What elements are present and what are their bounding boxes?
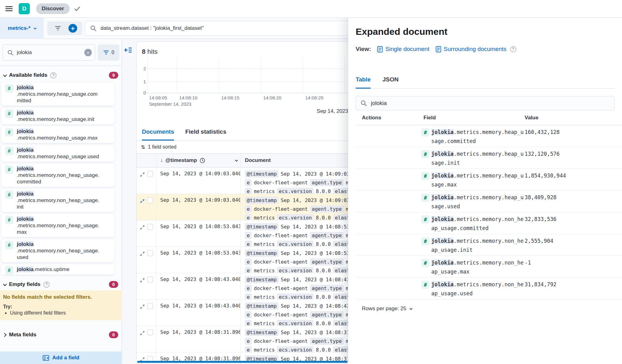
field-name-cell[interactable]: #jolokia.metrics.memory.non_heap_usage.i… (431, 237, 525, 255)
tab-table[interactable]: Table (356, 76, 371, 89)
row-actions-area[interactable] (359, 193, 402, 202)
field-name: jolokia.metrics.memory.non_heap_usage.in… (17, 191, 100, 210)
field-name-cell[interactable]: #jolokia.metrics.memory.non_heap_usage.m… (431, 258, 525, 276)
field-list-item[interactable]: # jolokia.metrics.memory.non_heap_usage.… (1, 189, 115, 212)
tab-json[interactable]: JSON (382, 76, 399, 89)
row-actions-area[interactable] (359, 258, 402, 268)
field-name-cell[interactable]: #jolokia.metrics.memory.heap_usage.used (431, 193, 525, 211)
row-checkbox[interactable] (147, 197, 153, 203)
meta-fields-header[interactable]: Meta fields 0 (0, 329, 122, 341)
field-list-item[interactable]: # jolokia.metrics.memory.heap_usage.comm… (1, 82, 115, 106)
breadcrumb[interactable]: Discover (36, 3, 70, 14)
field-value-cell: 32,833,536 (525, 215, 556, 224)
field-name-cell[interactable]: #jolokia.metrics.memory.non_heap_usage.u… (431, 280, 525, 298)
sidebar-field-sections: Available fields ? 9 # jolokia.metrics.m… (0, 66, 122, 352)
field-filter-count: 0 (112, 50, 115, 55)
field-list-item[interactable]: # jolokia.metrics.memory.heap_usage.init (1, 108, 115, 124)
row-actions-area[interactable] (359, 128, 402, 137)
row-actions-area[interactable] (359, 171, 402, 181)
data-view-name: metrics-* (8, 25, 30, 31)
number-field-icon: # (5, 165, 13, 174)
horizontal-scrollbar[interactable] (137, 361, 348, 363)
menu-hamburger-icon[interactable] (4, 3, 14, 14)
row-checkbox[interactable] (147, 329, 153, 335)
field-chip: @timestamp (245, 223, 278, 230)
app-icon-badge[interactable]: D (19, 3, 30, 14)
number-field-icon: # (5, 266, 13, 274)
row-actions-area[interactable] (359, 280, 402, 289)
field-chip: e (245, 338, 252, 345)
add-filter-button[interactable]: + (68, 24, 77, 33)
field-filter-button[interactable]: 0 (98, 44, 119, 61)
available-fields-header[interactable]: Available fields ? 9 (0, 69, 122, 81)
row-checkbox[interactable] (147, 250, 153, 256)
search-icon (90, 25, 97, 32)
row-actions-area[interactable] (359, 237, 402, 246)
surrounding-documents-link[interactable]: Surrounding documents (444, 46, 507, 53)
row-actions-area[interactable] (359, 150, 402, 159)
field-name-cell[interactable]: #jolokia.metrics.memory.non_heap_usage.c… (431, 215, 525, 233)
field-list-item[interactable]: # jolokia.metrics.memory.non_heap_usage.… (1, 214, 115, 237)
help-icon[interactable]: ? (510, 46, 516, 52)
flyout-field-search[interactable] (356, 96, 615, 110)
view-label: View: (356, 46, 371, 53)
collapse-sidebar-icon[interactable] (124, 46, 132, 54)
row-controls (137, 220, 157, 247)
field-chip: e (245, 214, 252, 220)
column-menu-chevron-icon[interactable] (235, 159, 238, 162)
field-list-item[interactable]: # jolokia.metrics.memory.heap_usage.used (1, 145, 115, 162)
y-tick: 1 (138, 79, 146, 84)
row-checkbox[interactable] (147, 303, 153, 309)
row-checkbox[interactable] (147, 171, 153, 177)
sidebar-search-row: × 0 (0, 39, 122, 66)
empty-fields-header[interactable]: Empty fields ? 0 (0, 279, 122, 290)
field-list-item[interactable]: # jolokia.metrics.memory.non_heap_usage.… (1, 164, 115, 187)
documents-icon (436, 46, 441, 53)
collapse-document-icon[interactable] (140, 198, 145, 204)
field-list-item[interactable]: # jolokia.metrics.memory.non_heap_usage.… (1, 239, 115, 262)
expand-document-icon[interactable] (140, 277, 145, 283)
document-icon (377, 46, 383, 53)
clear-search-icon[interactable]: × (84, 49, 92, 56)
field-name-cell[interactable]: #jolokia.metrics.memory.heap_usage.init (431, 150, 525, 168)
rows-per-page-button[interactable]: Rows per page: 25 (362, 306, 412, 312)
grid-header-timestamp-column[interactable]: ↓ @timestamp (157, 154, 241, 167)
expand-document-icon[interactable] (140, 224, 145, 230)
field-name-cell[interactable]: #jolokia.metrics.memory.heap_usage.max (431, 171, 525, 189)
field-chip: @timestamp (245, 250, 278, 257)
field-value-cell: 132,120,576 (525, 150, 560, 159)
tab-field-statistics[interactable]: Field statistics (185, 128, 226, 141)
expand-document-icon[interactable] (140, 303, 145, 310)
field-chip: ecs.version (277, 267, 314, 273)
row-checkbox[interactable] (147, 224, 153, 230)
meta-fields-count-badge: 0 (109, 331, 118, 338)
value-column-label: Value (525, 115, 538, 121)
field-name-cell[interactable]: #jolokia.metrics.memory.heap_usage.commi… (431, 128, 525, 146)
expand-document-icon[interactable] (140, 251, 145, 257)
flyout-table-rows: #jolokia.metrics.memory.heap_usage.commi… (356, 125, 622, 299)
filter-funnel-icon[interactable] (52, 23, 63, 34)
field-name: jolokia.metrics.memory.non_heap_usage.us… (17, 241, 100, 260)
tab-documents[interactable]: Documents (142, 128, 174, 141)
expand-document-icon[interactable] (140, 171, 145, 177)
field-name: jolokia.metrics.memory.heap_usage.commit… (17, 84, 100, 104)
field-list-item[interactable]: # jolokia.metrics.uptime (1, 264, 115, 275)
expand-document-icon[interactable] (140, 330, 145, 336)
add-field-button[interactable]: Add a field (0, 352, 122, 364)
field-search-input[interactable] (17, 49, 76, 56)
field-value-cell: 1,854,930,944 (525, 171, 566, 180)
data-view-picker[interactable]: metrics-* (0, 18, 44, 39)
field-chip: @timestamp (245, 302, 278, 310)
field-search-box[interactable]: × (2, 44, 95, 61)
field-chip: @timestamp (245, 276, 278, 283)
field-list-item[interactable]: # jolokia.metrics.memory.heap_usage.max (1, 126, 115, 143)
empty-fields-count-badge: 0 (109, 281, 118, 288)
info-icon[interactable]: ? (44, 282, 49, 288)
single-document-link[interactable]: Single document (385, 46, 429, 53)
row-checkbox[interactable] (147, 277, 153, 283)
row-actions-area[interactable] (359, 215, 402, 224)
flyout-search-input[interactable] (371, 100, 596, 107)
info-icon[interactable]: ? (50, 72, 56, 78)
field-chip: ecs.version (277, 188, 314, 194)
field-chip: agent.type (310, 205, 344, 213)
